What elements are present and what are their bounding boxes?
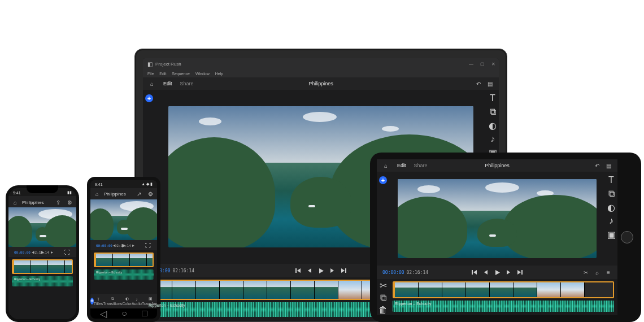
transitions-icon[interactable]: ⧉: [489, 108, 497, 116]
ios-time: 9:41: [13, 191, 21, 195]
play-icon[interactable]: [494, 269, 501, 276]
menu-window[interactable]: Window: [195, 72, 210, 76]
scissors-icon[interactable]: ✂: [379, 281, 387, 289]
more-icon[interactable]: ≡: [605, 269, 612, 276]
current-time: 00:00:00: [96, 243, 112, 247]
titles-icon[interactable]: T: [489, 94, 497, 102]
undo-icon[interactable]: ↶: [594, 162, 601, 169]
step-back-icon[interactable]: ◂: [111, 242, 118, 249]
prev-clip-icon[interactable]: [471, 269, 478, 276]
fullscreen-icon[interactable]: ⛶: [145, 242, 151, 249]
tab-edit[interactable]: Edit: [163, 81, 172, 86]
menu-edit[interactable]: Edit: [159, 72, 166, 76]
export-icon[interactable]: ⇪: [55, 199, 62, 206]
audio-track[interactable]: Ripperton – Echocity: [94, 269, 154, 280]
audio-tool[interactable]: ♪Audio: [132, 297, 142, 306]
menu-sequence[interactable]: Sequence: [172, 72, 190, 76]
add-media-button[interactable]: +: [145, 94, 153, 102]
maximize-icon[interactable]: ▢: [480, 62, 485, 67]
android-nav-bar[interactable]: ◁ ○ □: [90, 308, 157, 319]
panel-icon[interactable]: ▤: [605, 162, 612, 169]
back-icon[interactable]: ◁: [100, 308, 107, 319]
project-title: Philippines: [22, 200, 44, 205]
transitions-tool[interactable]: ⧉Transitions: [103, 297, 122, 306]
home-icon[interactable]: ○: [121, 308, 127, 319]
transport-bar: 00:00:00 02:16:14 ◂ ▶ ▸ ⛶: [8, 247, 76, 257]
home-icon[interactable]: ⌂: [382, 162, 389, 169]
panel-icon[interactable]: ▤: [486, 80, 493, 87]
color-tool[interactable]: ◐Color: [122, 297, 132, 306]
svg-marker-8: [473, 270, 477, 275]
undo-icon[interactable]: ↶: [475, 80, 482, 87]
transitions-icon[interactable]: ⧉: [607, 190, 615, 198]
svg-marker-10: [495, 270, 500, 275]
close-icon[interactable]: ✕: [491, 62, 495, 67]
play-icon[interactable]: ▶: [39, 249, 46, 255]
android-status-icons: ▲ ◆ ▮: [141, 182, 153, 186]
crop-icon[interactable]: ▣: [607, 230, 615, 238]
step-fwd-icon[interactable]: [329, 267, 336, 274]
audio-icon[interactable]: ♪: [489, 135, 497, 143]
step-fwd-icon[interactable]: [505, 269, 512, 276]
zoom-icon[interactable]: ⌕: [594, 269, 601, 276]
next-clip-icon[interactable]: [516, 269, 523, 276]
svg-marker-4: [330, 268, 334, 273]
add-media-button[interactable]: +: [379, 176, 387, 184]
tab-edit[interactable]: Edit: [397, 163, 406, 168]
audio-clip-label: Ripperton – Echocity: [96, 271, 122, 274]
titles-tool[interactable]: TTitles: [94, 297, 103, 306]
color-icon[interactable]: ◐: [489, 121, 497, 129]
share-icon[interactable]: ↗: [136, 190, 142, 197]
timeline[interactable]: Ripperton – Echocity: [389, 279, 617, 315]
menu-bar[interactable]: File Edit Sequence Window Help: [143, 69, 499, 77]
mobile-toolbar: + TTitles ⧉Transitions ◐Color ♪Audio ▣Tr…: [90, 294, 157, 308]
audio-icon[interactable]: ♪: [607, 217, 615, 225]
menu-help[interactable]: Help: [215, 72, 223, 76]
audio-track[interactable]: Ripperton – Echocity: [12, 276, 73, 286]
home-icon[interactable]: ⌂: [149, 80, 155, 87]
video-preview[interactable]: [8, 207, 76, 247]
step-fwd-icon[interactable]: ▸: [130, 242, 137, 249]
tablet-home-button[interactable]: [621, 231, 633, 243]
minimize-icon[interactable]: —: [469, 62, 473, 67]
fullscreen-icon[interactable]: ⛶: [64, 249, 71, 255]
tab-share[interactable]: Share: [414, 163, 428, 168]
video-track[interactable]: [12, 259, 73, 274]
duplicate-icon[interactable]: ⧉: [379, 294, 387, 302]
tablet-tab-bar: ⌂ Edit Share Philippines ↶ ▤: [377, 159, 617, 172]
audio-track[interactable]: Ripperton – Echocity: [393, 301, 614, 312]
step-fwd-icon[interactable]: ▸: [49, 249, 55, 255]
tab-share[interactable]: Share: [180, 81, 194, 86]
home-icon[interactable]: ⌂: [12, 199, 19, 206]
window-titlebar: ◧ Project Rush — ▢ ✕: [143, 58, 499, 69]
color-icon[interactable]: ◐: [607, 203, 615, 211]
video-preview[interactable]: [90, 199, 157, 240]
video-track[interactable]: [393, 281, 614, 298]
recents-icon[interactable]: □: [142, 308, 147, 319]
step-back-icon[interactable]: [482, 269, 489, 276]
titles-icon[interactable]: T: [607, 176, 615, 184]
settings-icon[interactable]: ⚙: [147, 190, 154, 197]
video-preview[interactable]: [398, 179, 596, 258]
step-back-icon[interactable]: ◂: [29, 249, 36, 255]
play-icon[interactable]: ▶: [120, 242, 127, 249]
step-back-icon[interactable]: [306, 267, 313, 274]
svg-rect-7: [472, 270, 473, 275]
menu-file[interactable]: File: [147, 72, 154, 76]
tab-bar: ⌂ Edit Share Philippines ↶ ▤: [143, 77, 499, 90]
play-icon[interactable]: [317, 267, 324, 274]
android-device: 9:41 ▲ ◆ ▮ ⌂ Philippines ↗ ⚙ 00:00:00 02…: [87, 177, 160, 322]
scissors-icon[interactable]: ✂: [582, 269, 589, 276]
home-icon[interactable]: ⌂: [94, 190, 101, 197]
svg-marker-3: [319, 268, 324, 273]
prev-clip-icon[interactable]: [295, 267, 302, 274]
video-track[interactable]: [94, 253, 154, 267]
trash-icon[interactable]: 🗑: [379, 306, 387, 314]
settings-icon[interactable]: ⚙: [66, 199, 73, 206]
project-title: Philippines: [485, 163, 510, 168]
next-clip-icon[interactable]: [340, 267, 347, 274]
timeline[interactable]: Ripperton – Echocity: [90, 250, 157, 294]
window-controls[interactable]: — ▢ ✕: [469, 62, 495, 67]
timeline[interactable]: Ripperton – Echocity: [8, 257, 76, 319]
project-title: Philippines: [308, 81, 333, 86]
